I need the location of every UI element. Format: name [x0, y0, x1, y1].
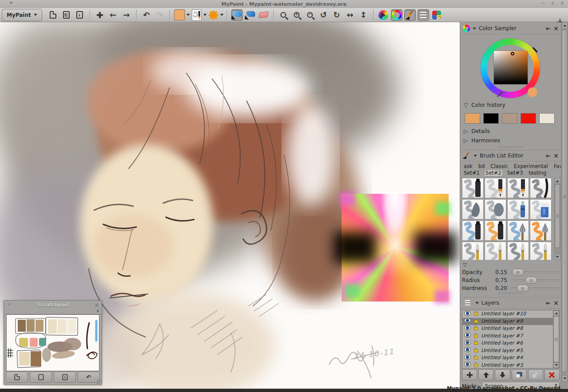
chevron-down-icon[interactable]: [8, 303, 11, 306]
layer-row[interactable]: Untitled layer #9: [462, 318, 559, 325]
scroll-thumb[interactable]: [553, 316, 559, 362]
close-icon[interactable]: ×: [95, 302, 99, 308]
chevron-down-icon[interactable]: [186, 14, 190, 16]
scroll-up-button[interactable]: [553, 310, 559, 316]
brush-tile[interactable]: [530, 220, 552, 241]
brush-group-tab[interactable]: Experimental: [513, 163, 549, 169]
color-history-swatch[interactable]: [502, 113, 517, 124]
visibility-eye-icon[interactable]: [464, 340, 471, 346]
add-layer-button[interactable]: [462, 369, 477, 380]
layer-row[interactable]: Untitled layer #10: [462, 310, 559, 318]
snap-left-icon[interactable]: ⇤: [546, 300, 551, 306]
saturation-value-square[interactable]: [494, 51, 528, 84]
scroll-down-button[interactable]: [562, 375, 568, 382]
close-icon[interactable]: ×: [553, 25, 559, 32]
layer-row[interactable]: Untitled layer #6: [462, 340, 559, 347]
redo-button[interactable]: ↷: [154, 9, 166, 21]
brush-settings-expander[interactable]: ▽: [463, 262, 467, 268]
scroll-up-button[interactable]: [562, 22, 568, 29]
chevron-down-icon[interactable]: [473, 155, 477, 157]
lock-icon[interactable]: [473, 325, 479, 332]
scratchpad-canvas[interactable]: [6, 314, 99, 371]
duplicate-layer-button[interactable]: [512, 369, 527, 380]
layer-row[interactable]: Untitled layer #3: [462, 362, 559, 369]
brush-editor-header[interactable]: Brush List Editor ⇤ ×: [460, 150, 561, 161]
visibility-eye-icon[interactable]: [464, 347, 471, 353]
panel-resize-handle[interactable]: [498, 292, 523, 294]
brush-group-tab[interactable]: Classic: [489, 163, 509, 169]
next-button[interactable]: →: [121, 9, 132, 21]
visibility-eye-icon[interactable]: [464, 311, 471, 317]
brush-settings-button[interactable]: [208, 9, 219, 21]
color-history-swatch[interactable]: [483, 113, 499, 124]
merge-layer-button[interactable]: [528, 369, 543, 380]
scratchpad-new-page-button[interactable]: [6, 372, 28, 383]
snap-left-icon[interactable]: ⇤: [546, 153, 551, 159]
brush-group-tab[interactable]: bd: [477, 163, 486, 169]
layer-row[interactable]: Untitled layer #7: [462, 333, 559, 340]
mypaint-menu-button[interactable]: MyPaint: [2, 9, 42, 21]
rotate-cw-button[interactable]: ↻: [331, 9, 343, 21]
color-history-swatch[interactable]: [465, 113, 480, 124]
scratchpad-titlebar[interactable]: Scratchpad ×: [4, 301, 102, 309]
radius-slider[interactable]: [511, 279, 560, 281]
color-triangle-button[interactable]: [378, 9, 389, 21]
chevron-down-icon[interactable]: [475, 302, 479, 304]
color-history-expander[interactable]: ▽ Color history: [464, 102, 505, 108]
scroll-up-button[interactable]: [555, 178, 560, 184]
lower-layer-button[interactable]: [495, 369, 510, 380]
snap-left-icon[interactable]: ⇤: [546, 25, 551, 32]
harmonies-expander[interactable]: ▷ Harmonies: [464, 137, 500, 144]
brush-tile[interactable]: [485, 220, 506, 241]
brush-tile[interactable]: [462, 199, 484, 220]
scratchpad-new-button[interactable]: [47, 9, 59, 21]
mirror-vertical-button[interactable]: ↕: [358, 9, 369, 21]
chevron-down-icon[interactable]: [220, 14, 224, 16]
hardness-slider[interactable]: [511, 287, 560, 289]
lock-icon[interactable]: [473, 333, 479, 339]
visibility-eye-icon[interactable]: [464, 333, 471, 339]
scroll-thumb[interactable]: [562, 30, 568, 372]
search-button[interactable]: [278, 9, 289, 21]
brush-tile[interactable]: [462, 220, 484, 241]
lock-icon[interactable]: [473, 318, 479, 325]
scratchpad-copy-button[interactable]: [30, 372, 52, 383]
close-icon[interactable]: ×: [553, 152, 559, 159]
layer-row[interactable]: Untitled layer #5: [462, 347, 559, 355]
visibility-eye-icon[interactable]: [464, 355, 471, 361]
color-history-swatch[interactable]: [539, 113, 555, 124]
rotate-ccw-button[interactable]: ↺: [318, 9, 329, 21]
layers-toggle-button[interactable]: [418, 9, 429, 21]
lock-icon[interactable]: [473, 354, 479, 361]
close-icon[interactable]: ×: [553, 299, 559, 306]
eyedropper-icon[interactable]: [496, 90, 504, 98]
scratchpad-save-button[interactable]: ↓: [54, 372, 76, 383]
panel-resize-handle[interactable]: [498, 146, 523, 148]
brush-tile[interactable]: [507, 178, 529, 198]
maximize-button[interactable]: +: [550, 0, 555, 6]
sv-selector-circle[interactable]: [511, 52, 514, 55]
sidebar-scrollbar[interactable]: [561, 22, 568, 392]
brush-group-tab[interactable]: Set#3: [506, 170, 524, 176]
mirror-horizontal-button[interactable]: ↔: [344, 9, 356, 21]
brush-tile[interactable]: [507, 242, 529, 260]
visibility-eye-icon[interactable]: [464, 362, 471, 368]
layer-row[interactable]: Untitled layer #4: [462, 354, 559, 362]
brush-tile[interactable]: [485, 178, 506, 198]
opacity-slider[interactable]: [511, 271, 560, 273]
details-expander[interactable]: ▷ Details: [464, 128, 490, 134]
color-swatch-button[interactable]: [174, 9, 185, 21]
layer-list-scrollbar[interactable]: [553, 310, 559, 368]
brush-selector-button[interactable]: [191, 9, 202, 21]
brush-grid-scrollbar[interactable]: [554, 178, 560, 260]
chevron-down-icon[interactable]: [473, 27, 476, 30]
lock-icon[interactable]: [473, 310, 479, 317]
color-sampler-toggle-button[interactable]: [391, 9, 402, 21]
color-history-swatch[interactable]: [521, 113, 536, 124]
layer-row[interactable]: Untitled layer #8: [462, 325, 559, 333]
layers-header[interactable]: Layers ⇤ ×: [460, 298, 561, 309]
undo-button[interactable]: ↶: [141, 9, 152, 21]
zoom-out-button[interactable]: −: [304, 9, 316, 21]
palette-toggle-button[interactable]: [431, 9, 442, 21]
eraser-mode-button[interactable]: [258, 9, 269, 21]
